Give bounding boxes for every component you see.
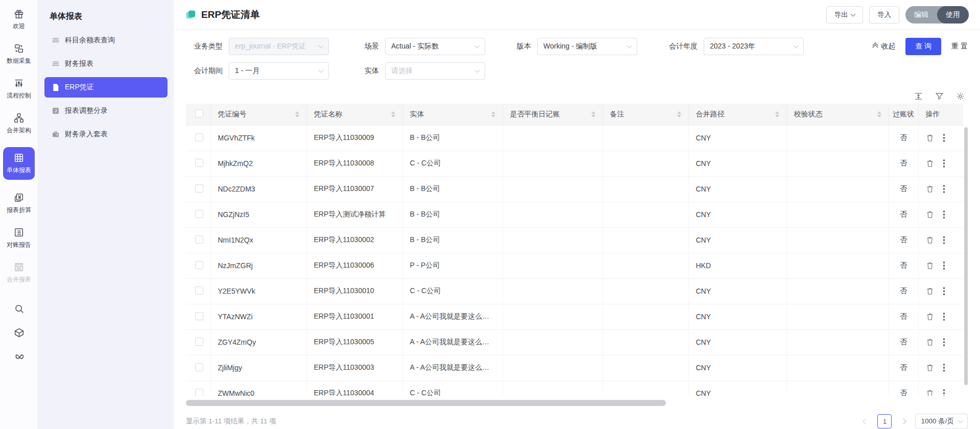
filter-label: 会计期间 (186, 66, 223, 76)
rail-item-label: 报表折算 (7, 206, 31, 214)
entity-select[interactable]: 请选择 (385, 62, 485, 80)
more-actions-icon[interactable] (942, 286, 946, 296)
sidebar-item-financial-reports[interactable]: 财务报表 (44, 54, 168, 74)
sort-icon[interactable] (775, 111, 779, 117)
row-checkbox[interactable] (195, 338, 203, 346)
more-actions-icon[interactable] (942, 235, 946, 245)
reset-button[interactable]: 重 置 (951, 42, 968, 51)
row-checkbox[interactable] (195, 159, 203, 167)
more-actions-icon[interactable] (942, 312, 946, 322)
row-checkbox[interactable] (195, 363, 203, 371)
row-checkbox[interactable] (195, 389, 203, 396)
page-number[interactable]: 1 (877, 414, 892, 428)
row-checkbox[interactable] (195, 235, 203, 244)
column-header-merge-path[interactable]: 合并路径 (688, 104, 786, 125)
column-header-voucher-name[interactable]: 凭证名称 (306, 104, 402, 125)
row-checkbox[interactable] (195, 133, 203, 141)
row-checkbox[interactable] (195, 312, 203, 320)
trash-icon[interactable] (926, 159, 934, 168)
collapse-filters-link[interactable]: 收起 (873, 42, 895, 51)
export-button[interactable]: 导出 (826, 6, 864, 23)
more-actions-icon[interactable] (942, 363, 946, 373)
row-checkbox[interactable] (195, 184, 203, 193)
page-size-select[interactable]: 1000 条/页 (915, 414, 968, 429)
sidebar-item-financial-entry-set[interactable]: 财务录入套表 (44, 124, 168, 145)
sort-icon[interactable] (295, 111, 299, 117)
column-header-remark[interactable]: 备注 (603, 104, 688, 125)
sort-icon[interactable] (391, 111, 395, 117)
trash-icon[interactable] (926, 261, 934, 270)
cell-remark (603, 151, 688, 176)
more-actions-icon[interactable] (942, 388, 946, 396)
rail-item-merge-structure[interactable]: 合并架构 (7, 112, 31, 135)
row-height-icon[interactable] (914, 92, 923, 101)
sidebar-item-erp-voucher[interactable]: ERP凭证 (44, 77, 168, 98)
more-actions-icon[interactable] (942, 158, 946, 169)
period-select[interactable]: 1 - 一月 (229, 62, 329, 80)
filter-funnel-icon[interactable] (935, 92, 944, 101)
more-actions-icon[interactable] (942, 260, 946, 271)
rail-item-consolidated-reports[interactable]: 合并报表 (7, 261, 31, 284)
sidebar-item-account-balance-query[interactable]: 科目余额表查询 (44, 30, 168, 51)
version-select[interactable]: Working - 编制版 (537, 38, 637, 55)
cell-merge-path: HKD (688, 253, 786, 278)
chevron-down-icon (475, 68, 480, 73)
trash-icon[interactable] (926, 210, 934, 219)
more-actions-icon[interactable] (942, 133, 946, 143)
rail-item-report-translation[interactable]: 报表折算 (7, 192, 31, 214)
select-all-checkbox[interactable] (195, 109, 203, 117)
rail-item-welcome[interactable]: 欢迎 (13, 8, 25, 31)
query-button[interactable]: 查 询 (905, 38, 941, 55)
prev-page-button[interactable] (859, 415, 872, 428)
import-button[interactable]: 导入 (869, 6, 899, 23)
trash-icon[interactable] (926, 134, 934, 142)
select-placeholder: 请选择 (391, 66, 413, 76)
package-icon[interactable] (14, 327, 25, 338)
rail-item-data-collection[interactable]: 数据采集 (7, 43, 31, 65)
sort-icon[interactable] (591, 111, 595, 117)
row-checkbox[interactable] (195, 261, 203, 269)
trash-icon[interactable] (926, 236, 934, 244)
scenario-select[interactable]: Actual - 实际数 (385, 38, 485, 55)
trash-icon[interactable] (926, 338, 934, 346)
vertical-scrollbar[interactable] (964, 127, 968, 385)
trash-icon[interactable] (926, 287, 934, 295)
select-value: Working - 编制版 (543, 42, 597, 51)
sort-icon[interactable] (877, 111, 881, 117)
column-header-entity[interactable]: 实体 (402, 104, 503, 125)
row-checkbox[interactable] (195, 210, 203, 218)
select-value: erp_journal - ERP凭证 (235, 42, 306, 51)
rail-item-reconciliation-report[interactable]: 对账报告 (7, 227, 31, 249)
column-header-check-status[interactable]: 校验状态 (786, 104, 889, 125)
trash-icon[interactable] (926, 185, 934, 193)
cell-posted: 否 (889, 125, 918, 151)
row-checkbox[interactable] (195, 287, 203, 295)
horizontal-scrollbar[interactable] (186, 400, 666, 406)
business-type-select[interactable]: erp_journal - ERP凭证 (229, 38, 329, 55)
trash-icon[interactable] (926, 313, 934, 321)
toggle-use-segment[interactable]: 使用 (937, 6, 969, 23)
more-actions-icon[interactable] (942, 184, 946, 194)
rail-item-process-control[interactable]: 流程控制 (7, 78, 31, 100)
toggle-edit-segment[interactable]: 编辑 (905, 6, 937, 23)
rail-item-entity-reports[interactable]: 单体报表 (3, 147, 35, 180)
trash-icon[interactable] (926, 364, 934, 372)
trash-icon[interactable] (926, 389, 934, 396)
next-page-button[interactable] (897, 415, 910, 428)
search-icon[interactable] (14, 303, 25, 314)
sort-icon[interactable] (677, 111, 681, 117)
more-actions-icon[interactable] (942, 337, 946, 347)
column-header-balanced[interactable]: 是否平衡日记账 (503, 104, 603, 125)
cell-entity: C - C公司 (402, 278, 503, 304)
rail-item-label: 合并架构 (7, 126, 31, 135)
sidebar: 单体报表 科目余额表查询 财务报表 ERP凭证 J 报表调整分录 财务录入套表 (38, 0, 174, 429)
cell-merge-path: CNY (688, 202, 786, 227)
sidebar-item-adjustment-entries[interactable]: J 报表调整分录 (44, 101, 168, 121)
knot-icon[interactable] (14, 351, 25, 362)
more-actions-icon[interactable] (942, 209, 946, 220)
column-header-voucher-code[interactable]: 凭证编号 (210, 104, 306, 125)
gear-icon[interactable] (956, 92, 965, 101)
sort-icon[interactable] (491, 111, 495, 117)
layers-icon (52, 36, 60, 44)
fiscal-year-select[interactable]: 2023 - 2023年 (704, 38, 804, 55)
